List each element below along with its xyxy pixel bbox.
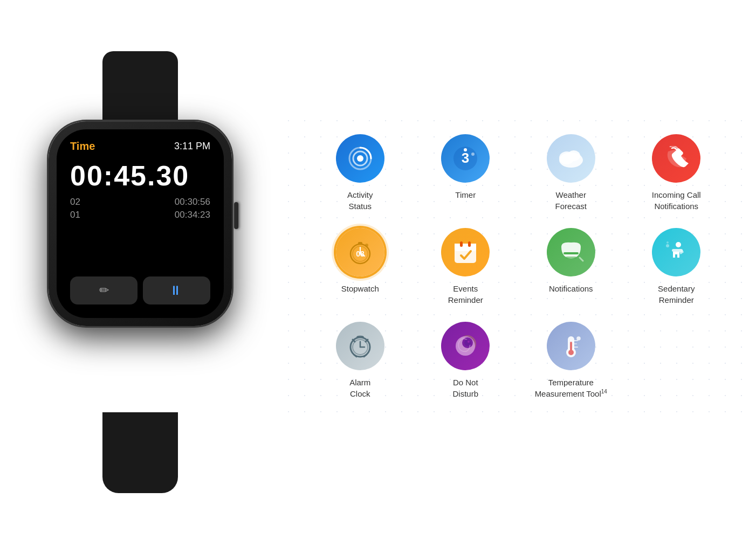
activity-status-label: ActivityStatus: [347, 189, 373, 212]
feature-alarm-clock: AlarmClock: [313, 322, 408, 399]
svg-point-44: [577, 337, 580, 340]
feature-events-reminder: EventsReminder: [418, 228, 513, 306]
watch-band-top: [102, 51, 178, 121]
do-not-disturb-label: Do NotDisturb: [452, 377, 478, 399]
temperature-label: TemperatureMeasurement Tool14: [535, 377, 607, 399]
feature-timer: 3 Timer: [418, 134, 513, 212]
events-reminder-icon: [441, 228, 490, 276]
lap2-number: 02: [70, 197, 80, 207]
feature-weather-forecast: WeatherForecast: [524, 134, 618, 212]
timer-icon: 3: [441, 134, 490, 183]
lap1-number: 01: [70, 210, 80, 220]
feature-temperature: TemperatureMeasurement Tool14: [524, 322, 618, 399]
svg-rect-20: [460, 241, 463, 247]
svg-text:3: 3: [462, 150, 469, 166]
lap-row-1: 01 00:34:23: [70, 210, 210, 220]
feature-incoming-call: Incoming CallNotifications: [629, 134, 724, 212]
svg-rect-19: [455, 244, 476, 249]
svg-point-13: [365, 244, 368, 247]
feature-stopwatch: 08 Stopwatch: [313, 228, 408, 306]
features-section: ActivityStatus 3 Timer: [280, 113, 756, 421]
pause-icon: ⏸: [169, 283, 184, 298]
svg-point-35: [464, 340, 471, 346]
svg-point-26: [666, 244, 669, 247]
edit-button[interactable]: ✏: [70, 276, 138, 304]
stopwatch-icon: 08: [336, 228, 384, 276]
svg-point-6: [471, 153, 475, 156]
incoming-call-icon: [652, 134, 700, 183]
alarm-clock-icon: [336, 322, 384, 370]
activity-status-icon: [336, 134, 384, 183]
time-label: Time: [70, 140, 95, 153]
do-not-disturb-icon: [441, 322, 490, 370]
timer-label: Timer: [455, 189, 476, 200]
notifications-label: Notifications: [549, 283, 593, 294]
weather-forecast-icon: [547, 134, 595, 183]
notifications-icon: [547, 228, 595, 276]
temperature-icon: [547, 322, 595, 370]
svg-rect-22: [563, 252, 579, 254]
watch-screen: Time 3:11 PM 00:45.30 02 00:30:56 01 00:…: [57, 129, 224, 318]
incoming-call-label: Incoming CallNotifications: [652, 189, 701, 212]
screen-buttons: ✏ ⏸: [70, 276, 210, 304]
watch-outer: Time 3:11 PM 00:45.30 02 00:30:56 01 00:…: [49, 105, 232, 428]
pause-button[interactable]: ⏸: [143, 276, 210, 304]
events-reminder-label: EventsReminder: [448, 283, 483, 306]
sedentary-reminder-icon: [652, 228, 700, 276]
svg-point-2: [357, 155, 363, 162]
feature-notifications: Notifications: [524, 228, 618, 306]
svg-rect-21: [468, 241, 471, 247]
svg-point-40: [568, 350, 574, 355]
time-value: 3:11 PM: [174, 141, 210, 152]
watch-band-bottom: [102, 412, 178, 493]
temperature-superscript: 14: [601, 389, 607, 394]
lap2-time: 00:30:56: [175, 197, 210, 207]
svg-rect-12: [358, 242, 362, 245]
stopwatch-display: 00:45.30: [70, 160, 210, 192]
laps-display: 02 00:30:56 01 00:34:23: [70, 197, 210, 223]
svg-point-5: [464, 148, 467, 151]
watch-section: Time 3:11 PM 00:45.30 02 00:30:56 01 00:…: [0, 0, 280, 533]
svg-rect-23: [566, 257, 576, 259]
feature-activity-status: ActivityStatus: [313, 134, 408, 212]
svg-point-9: [567, 150, 580, 161]
sedentary-reminder-label: SedentaryReminder: [658, 283, 695, 306]
pencil-icon: ✏: [99, 283, 109, 297]
watch-body: Time 3:11 PM 00:45.30 02 00:30:56 01 00:…: [49, 121, 232, 326]
svg-point-24: [676, 242, 681, 247]
screen-header: Time 3:11 PM: [70, 140, 210, 153]
lap-row-2: 02 00:30:56: [70, 197, 210, 207]
svg-point-36: [468, 341, 470, 343]
stopwatch-label: Stopwatch: [341, 283, 379, 294]
svg-point-27: [666, 241, 669, 244]
features-grid: ActivityStatus 3 Timer: [313, 134, 724, 399]
alarm-clock-label: AlarmClock: [349, 377, 370, 399]
watch-side-button: [234, 202, 238, 229]
lap1-time: 00:34:23: [175, 210, 210, 220]
weather-forecast-label: WeatherForecast: [555, 189, 587, 212]
feature-sedentary-reminder: SedentaryReminder: [629, 228, 724, 306]
feature-do-not-disturb: Do NotDisturb: [418, 322, 513, 399]
